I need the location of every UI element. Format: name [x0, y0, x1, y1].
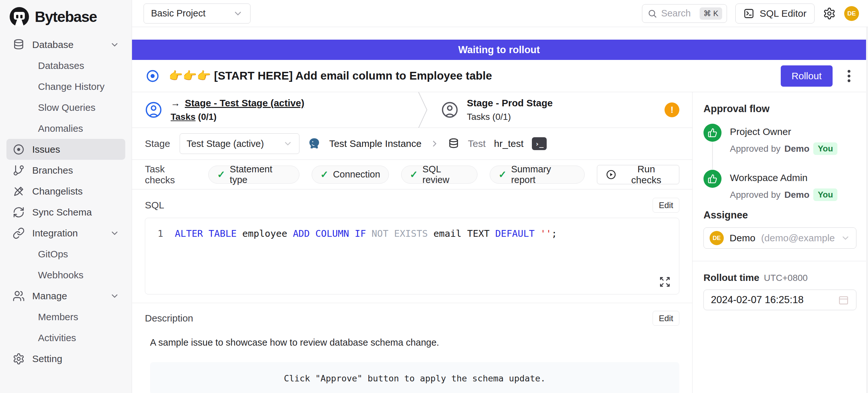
assignee-select[interactable]: DE Demo (demo@example [704, 228, 857, 249]
check-pill-sql-review[interactable]: ✓ SQL review [401, 165, 477, 184]
chevron-down-icon [233, 8, 243, 19]
sql-editor-block[interactable]: 1 ALTER TABLE employee ADD COLUMN IF NOT… [145, 218, 679, 295]
sidebar-item-label: GitOps [38, 249, 68, 260]
sidebar-item-databases[interactable]: Databases [6, 55, 125, 76]
sql-editor-button[interactable]: SQL Editor [735, 4, 814, 24]
sidebar-item-label: Changelists [32, 186, 83, 197]
assignee-name: Demo [730, 233, 755, 244]
chevron-down-icon [110, 40, 119, 50]
description-edit-button[interactable]: Edit [653, 311, 679, 326]
check-pill-statement-type[interactable]: ✓ Statement type [208, 165, 300, 184]
refresh-icon [12, 206, 25, 218]
sql-editor-label: SQL Editor [760, 8, 807, 19]
rollout-button[interactable]: Rollout [781, 65, 833, 87]
rollout-time-input[interactable]: 2024-02-07 16:25:18 [704, 290, 857, 310]
line-number: 1 [145, 227, 175, 240]
run-checks-button[interactable]: Run checks [597, 165, 679, 184]
sidebar-item-label: Webhooks [38, 270, 83, 280]
instance-link[interactable]: Test Sample Instance [329, 138, 422, 149]
you-badge: You [813, 188, 837, 201]
bytebase-logo-icon [9, 6, 30, 27]
sidebar-item-setting[interactable]: Setting [6, 348, 125, 369]
check-pill-connection[interactable]: ✓ Connection [312, 165, 389, 184]
stage-prod[interactable]: Stage - Prod Stage Tasks (0/1) ! [428, 92, 692, 127]
sidebar-item-database[interactable]: Database [6, 34, 125, 55]
stage-separator-chevron [418, 92, 428, 127]
sql-edit-button[interactable]: Edit [653, 198, 679, 213]
sidebar-item-label: Databases [38, 60, 84, 71]
issue-header: 👉👉👉 [START HERE] Add email column to Emp… [132, 60, 866, 92]
approval-step-text: Project Owner Approved by Demo You [730, 124, 837, 155]
stage-picker-select[interactable]: Test Stage (active) [180, 133, 300, 154]
sidebar-item-issues[interactable]: Issues [6, 139, 125, 160]
arrow-right-icon: → [170, 98, 180, 109]
project-selector-value: Basic Project [151, 8, 206, 19]
issue-side-panel: Approval flow Project Owner Approved by … [692, 92, 866, 393]
stage-name-link[interactable]: Stage - Test Stage (active) [185, 98, 304, 109]
sql-statement: ALTER TABLE employee ADD COLUMN IF NOT E… [175, 227, 557, 240]
sidebar-item-changelists[interactable]: Changelists [6, 181, 125, 202]
sidebar: Bytebase Database Databases Change Histo… [0, 0, 132, 393]
sidebar-item-members[interactable]: Members [6, 306, 125, 327]
gear-icon [12, 353, 25, 365]
users-icon [12, 290, 25, 302]
warning-badge: ! [664, 102, 679, 117]
sidebar-item-change-history[interactable]: Change History [6, 76, 125, 97]
stage-picker-row: Stage Test Stage (active) Test Sample In… [132, 128, 692, 160]
sidebar-item-manage[interactable]: Manage [6, 285, 125, 306]
sidebar-item-label: Anomalies [38, 123, 83, 134]
user-avatar[interactable]: DE [844, 6, 859, 21]
person-circle-icon [145, 101, 162, 119]
sidebar-item-label: Sync Schema [32, 207, 92, 218]
assignee-email: (demo@example [761, 233, 835, 244]
sidebar-item-label: Issues [32, 144, 60, 155]
stage-picker-value: Test Stage (active) [186, 139, 264, 149]
check-pill-label: SQL review [423, 164, 469, 185]
flow-connector [712, 142, 713, 169]
check-icon: ✓ [410, 169, 418, 180]
stage-tasks-link[interactable]: Tasks [170, 112, 195, 122]
stage-text: Stage - Prod Stage Tasks (0/1) [467, 98, 553, 122]
approved-prefix: Approved by [730, 190, 780, 200]
search-input[interactable]: Search ⌘ K [642, 4, 727, 23]
stage-test[interactable]: → Stage - Test Stage (active) Tasks (0/1… [132, 92, 418, 127]
sidebar-item-webhooks[interactable]: Webhooks [6, 265, 125, 285]
stage-name: Stage - Prod Stage [467, 98, 553, 109]
stage-tasks-label: Tasks [467, 112, 490, 122]
check-pill-label: Statement type [230, 164, 291, 185]
postgres-elephant-icon [308, 137, 321, 150]
you-badge: You [813, 142, 837, 155]
logo-wordmark: Bytebase [35, 8, 97, 26]
sidebar-item-integration[interactable]: Integration [6, 222, 125, 244]
database-icon [12, 39, 25, 51]
sidebar-item-label: Members [38, 311, 78, 323]
sidebar-item-slow-queries[interactable]: Slow Queries [6, 97, 125, 118]
sidebar-item-anomalies[interactable]: Anomalies [6, 118, 125, 139]
sql-section: SQL Edit 1 ALTER TABLE employee ADD COLU… [132, 189, 692, 303]
scrollbar[interactable] [866, 27, 868, 393]
project-selector[interactable]: Basic Project [144, 4, 250, 24]
expand-icon[interactable] [659, 276, 671, 288]
check-icon: ✓ [217, 169, 225, 180]
check-pill-summary-report[interactable]: ✓ Summary report [490, 165, 585, 184]
description-note: Click "Approve" button to apply the sche… [150, 362, 679, 393]
approval-step-text: Workspace Admin Approved by Demo You [730, 170, 837, 201]
play-circle-icon [606, 169, 617, 180]
approval-role: Project Owner [730, 124, 837, 137]
sidebar-item-gitops[interactable]: GitOps [6, 244, 125, 265]
open-sql-console-icon[interactable]: ›_ [532, 137, 547, 150]
settings-gear-icon[interactable] [823, 7, 836, 20]
status-banner: Waiting to rollout [132, 40, 866, 60]
sidebar-item-activities[interactable]: Activities [6, 327, 125, 348]
check-icon: ✓ [320, 169, 329, 180]
task-checks-label: Task checks [145, 164, 196, 186]
run-checks-label: Run checks [622, 164, 671, 186]
thumbs-up-icon [704, 170, 721, 188]
stage-picker-label: Stage [145, 138, 170, 149]
kebab-menu-icon[interactable] [842, 68, 857, 84]
database-link[interactable]: hr_test [494, 138, 524, 149]
bytebase-logo[interactable]: Bytebase [0, 0, 132, 34]
stage-text: → Stage - Test Stage (active) Tasks (0/1… [170, 98, 304, 122]
sidebar-item-branches[interactable]: Branches [6, 160, 125, 181]
sidebar-item-sync-schema[interactable]: Sync Schema [6, 202, 125, 222]
